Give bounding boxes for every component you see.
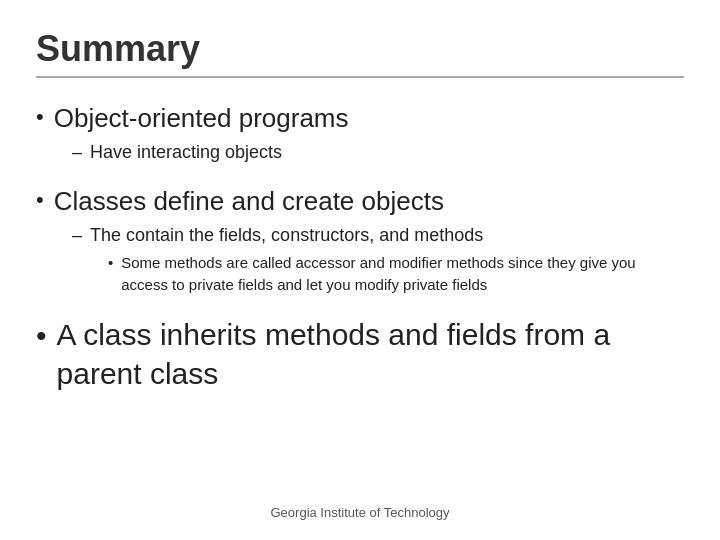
bullet-3: • A class inherits methods and fields fr… — [36, 315, 684, 393]
bullet-3-dot: • — [36, 316, 47, 355]
sub-text-2-1: The contain the fields, constructors, an… — [90, 223, 483, 248]
sub-sub-text-2-1-1: Some methods are called accessor and mod… — [121, 252, 684, 296]
slide-footer: Georgia Institute of Technology — [36, 497, 684, 520]
bullet-1: • Object-oriented programs — [36, 102, 684, 136]
sub-sub-dot-2-1-1: • — [108, 252, 113, 274]
bullet-1-text: Object-oriented programs — [54, 102, 349, 136]
bullet-2: • Classes define and create objects — [36, 185, 684, 219]
slide: Summary • Object-oriented programs – Hav… — [0, 0, 720, 540]
bullet-3-text: A class inherits methods and fields from… — [57, 315, 684, 393]
bullet-2-text: Classes define and create objects — [54, 185, 444, 219]
sub-bullet-2-1: – The contain the fields, constructors, … — [72, 223, 684, 248]
slide-title: Summary — [36, 28, 684, 78]
sub-dash-2-1: – — [72, 223, 82, 248]
title-section: Summary — [36, 28, 684, 78]
sub-dash-1-1: – — [72, 140, 82, 165]
slide-content: • Object-oriented programs – Have intera… — [36, 96, 684, 497]
sub-sub-bullet-2-1-1: • Some methods are called accessor and m… — [108, 252, 684, 296]
sub-bullet-1-1: – Have interacting objects — [72, 140, 684, 165]
bullet-2-dot: • — [36, 186, 44, 215]
sub-text-1-1: Have interacting objects — [90, 140, 282, 165]
bullet-1-dot: • — [36, 103, 44, 132]
